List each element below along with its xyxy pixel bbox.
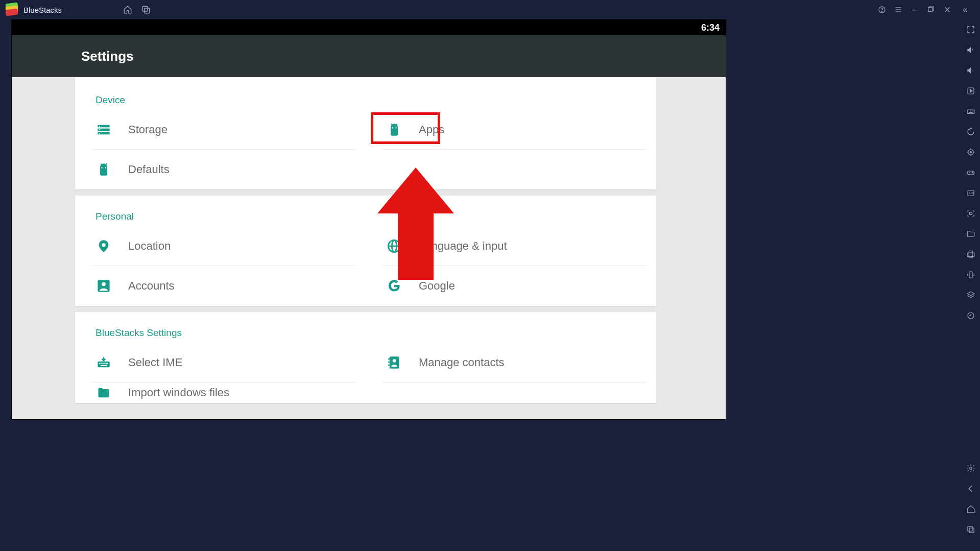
globe-icon bbox=[387, 239, 419, 253]
collapse-sidebar-icon[interactable]: « bbox=[963, 5, 973, 15]
settings-item-import[interactable]: Import windows files bbox=[75, 382, 366, 403]
section-title-bluestacks: BlueStacks Settings bbox=[75, 327, 656, 343]
location-set-icon[interactable] bbox=[966, 147, 976, 157]
keyboard-icon bbox=[97, 355, 128, 370]
screenshot-icon[interactable] bbox=[966, 208, 976, 219]
settings-body: Device Storage Apps bbox=[12, 77, 726, 419]
fullscreen-icon[interactable] bbox=[966, 25, 976, 35]
rotate-icon[interactable] bbox=[966, 249, 976, 259]
svg-point-66 bbox=[969, 212, 972, 214]
svg-point-21 bbox=[101, 167, 102, 168]
svg-rect-68 bbox=[967, 253, 974, 257]
contacts-icon bbox=[387, 355, 419, 370]
section-bluestacks: BlueStacks Settings Select IME bbox=[75, 312, 656, 403]
android-status-bar: 6:34 bbox=[12, 20, 726, 35]
svg-point-62 bbox=[972, 172, 972, 173]
settings-item-contacts[interactable]: Manage contacts bbox=[366, 343, 656, 382]
play-store-icon[interactable] bbox=[966, 86, 976, 96]
svg-text:APK: APK bbox=[969, 191, 974, 195]
page-title: Settings bbox=[81, 49, 134, 64]
sync-icon[interactable] bbox=[966, 127, 976, 137]
section-device: Device Storage Apps bbox=[75, 77, 656, 189]
svg-marker-47 bbox=[970, 89, 973, 92]
empty-cell bbox=[366, 150, 656, 189]
accounts-icon bbox=[97, 279, 128, 293]
svg-text:−: − bbox=[972, 68, 974, 73]
svg-point-16 bbox=[99, 133, 100, 134]
right-toolbar: + − APK bbox=[962, 19, 980, 551]
shake-icon[interactable] bbox=[966, 270, 976, 280]
svg-point-42 bbox=[393, 359, 396, 363]
svg-point-22 bbox=[105, 167, 106, 168]
svg-rect-34 bbox=[103, 363, 104, 364]
svg-point-72 bbox=[970, 467, 972, 470]
settings-item-label: Location bbox=[128, 239, 171, 253]
svg-text:+: + bbox=[972, 48, 974, 52]
settings-item-google[interactable]: Google bbox=[366, 266, 656, 306]
settings-item-apps[interactable]: Apps bbox=[366, 110, 656, 150]
settings-item-label: Apps bbox=[419, 123, 444, 136]
settings-item-label: Select IME bbox=[128, 356, 182, 369]
settings-gear-icon[interactable] bbox=[966, 463, 976, 473]
svg-point-3 bbox=[881, 11, 882, 12]
svg-rect-0 bbox=[142, 6, 148, 11]
titlebar-right-icons: « bbox=[878, 5, 973, 15]
storage-icon bbox=[97, 123, 128, 137]
keyboard-controls-icon[interactable] bbox=[966, 106, 976, 116]
settings-item-defaults[interactable]: Defaults bbox=[75, 150, 366, 189]
svg-rect-36 bbox=[107, 363, 108, 364]
svg-rect-33 bbox=[101, 363, 102, 364]
svg-marker-70 bbox=[967, 292, 974, 296]
back-icon[interactable] bbox=[966, 484, 976, 494]
settings-item-location[interactable]: Location bbox=[75, 226, 366, 266]
svg-point-18 bbox=[395, 127, 396, 128]
settings-item-ime[interactable]: Select IME bbox=[75, 343, 366, 382]
settings-item-label: Language & input bbox=[419, 239, 507, 253]
defaults-icon bbox=[97, 162, 128, 177]
svg-rect-32 bbox=[99, 363, 100, 364]
recents-icon[interactable] bbox=[966, 524, 976, 535]
svg-point-54 bbox=[970, 152, 972, 153]
section-title-personal: Personal bbox=[75, 211, 656, 226]
help-icon[interactable] bbox=[878, 6, 886, 14]
clock: 6:34 bbox=[701, 22, 720, 33]
svg-rect-31 bbox=[98, 362, 109, 368]
settings-item-storage[interactable]: Storage bbox=[75, 110, 366, 150]
clock-icon[interactable] bbox=[966, 310, 976, 321]
close-icon[interactable] bbox=[943, 6, 951, 14]
svg-rect-39 bbox=[388, 358, 389, 360]
multi-instance-icon[interactable] bbox=[141, 5, 151, 14]
settings-item-language[interactable]: Language & input bbox=[366, 226, 656, 266]
svg-rect-69 bbox=[969, 272, 972, 278]
volume-down-icon[interactable]: − bbox=[966, 65, 976, 76]
settings-item-label: Import windows files bbox=[128, 386, 229, 399]
layers-icon[interactable] bbox=[966, 290, 976, 300]
svg-rect-40 bbox=[388, 362, 389, 363]
media-folder-icon[interactable] bbox=[966, 229, 976, 239]
volume-up-icon[interactable]: + bbox=[966, 45, 976, 55]
folder-icon bbox=[97, 386, 128, 400]
settings-item-accounts[interactable]: Accounts bbox=[75, 266, 366, 306]
minimize-icon[interactable] bbox=[911, 6, 919, 14]
android-home-icon[interactable] bbox=[966, 504, 976, 514]
svg-rect-48 bbox=[967, 110, 974, 114]
svg-rect-37 bbox=[101, 365, 107, 366]
svg-rect-74 bbox=[969, 528, 974, 533]
titlebar: BlueStacks « bbox=[0, 0, 980, 19]
svg-rect-73 bbox=[968, 526, 972, 531]
svg-rect-41 bbox=[388, 365, 389, 366]
menu-icon[interactable] bbox=[894, 6, 902, 14]
gamepad-icon[interactable] bbox=[966, 167, 976, 178]
svg-point-17 bbox=[392, 127, 393, 128]
svg-rect-35 bbox=[106, 363, 107, 364]
home-icon[interactable] bbox=[123, 5, 132, 14]
apk-install-icon[interactable]: APK bbox=[966, 188, 976, 198]
svg-point-30 bbox=[102, 282, 105, 286]
svg-rect-38 bbox=[390, 356, 399, 368]
maximize-icon[interactable] bbox=[927, 6, 935, 14]
app-title: BlueStacks bbox=[23, 6, 62, 14]
settings-header: Settings bbox=[12, 35, 726, 77]
settings-item-label: Accounts bbox=[128, 279, 175, 293]
svg-point-15 bbox=[99, 129, 100, 130]
section-personal: Personal Location Language & bbox=[75, 196, 656, 306]
